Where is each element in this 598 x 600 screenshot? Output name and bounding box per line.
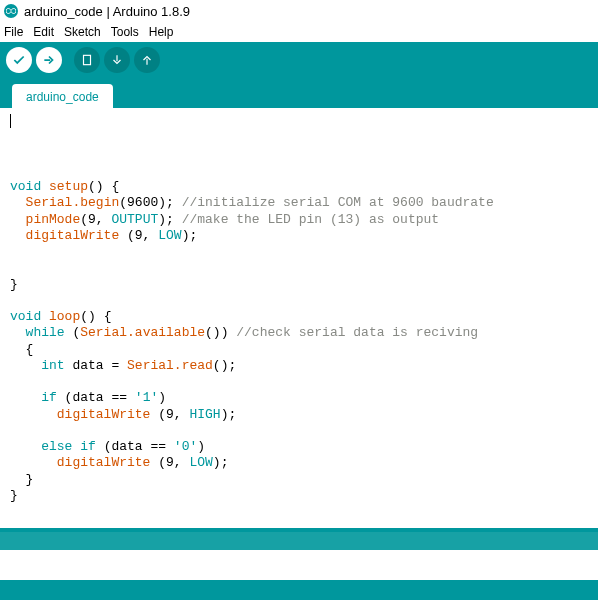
title-bar: arduino_code | Arduino 1.8.9 — [0, 0, 598, 22]
text-cursor — [10, 114, 11, 128]
console-output — [0, 550, 598, 580]
code-line: void loop() { — [10, 309, 111, 324]
tab-bar: arduino_code — [0, 78, 598, 108]
svg-rect-0 — [84, 55, 91, 64]
code-line: } — [10, 488, 18, 503]
code-line — [10, 374, 41, 389]
code-line: if (data == '1') — [10, 390, 166, 405]
code-line: int data = Serial.read(); — [10, 358, 236, 373]
open-button[interactable] — [104, 47, 130, 73]
code-line: while (Serial.available()) //check seria… — [10, 325, 478, 340]
toolbar — [0, 42, 598, 78]
code-line: digitalWrite (9, HIGH); — [10, 407, 236, 422]
code-line — [10, 244, 26, 259]
code-line — [10, 260, 26, 275]
code-line: } — [10, 472, 33, 487]
menu-tools[interactable]: Tools — [111, 25, 139, 39]
menu-bar: File Edit Sketch Tools Help — [0, 22, 598, 42]
verify-button[interactable] — [6, 47, 32, 73]
code-line: pinMode(9, OUTPUT); //make the LED pin (… — [10, 212, 439, 227]
code-editor[interactable]: void setup() { Serial.begin(9600); //ini… — [0, 108, 598, 528]
menu-file[interactable]: File — [4, 25, 23, 39]
window-title: arduino_code | Arduino 1.8.9 — [24, 4, 190, 19]
code-line: digitalWrite (9, LOW); — [10, 228, 197, 243]
save-button[interactable] — [134, 47, 160, 73]
status-bar — [0, 580, 598, 600]
code-line: } — [10, 277, 18, 292]
upload-button[interactable] — [36, 47, 62, 73]
tab-arduino-code[interactable]: arduino_code — [12, 84, 113, 109]
code-line — [10, 423, 41, 438]
new-button[interactable] — [74, 47, 100, 73]
menu-help[interactable]: Help — [149, 25, 174, 39]
code-line: void setup() { — [10, 179, 119, 194]
arduino-app-icon — [4, 4, 18, 18]
menu-edit[interactable]: Edit — [33, 25, 54, 39]
menu-sketch[interactable]: Sketch — [64, 25, 101, 39]
code-line: Serial.begin(9600); //initialize serial … — [10, 195, 494, 210]
code-line: else if (data == '0') — [10, 439, 205, 454]
code-line: digitalWrite (9, LOW); — [10, 455, 228, 470]
console-tab-bar — [0, 532, 598, 550]
code-line: { — [10, 342, 33, 357]
